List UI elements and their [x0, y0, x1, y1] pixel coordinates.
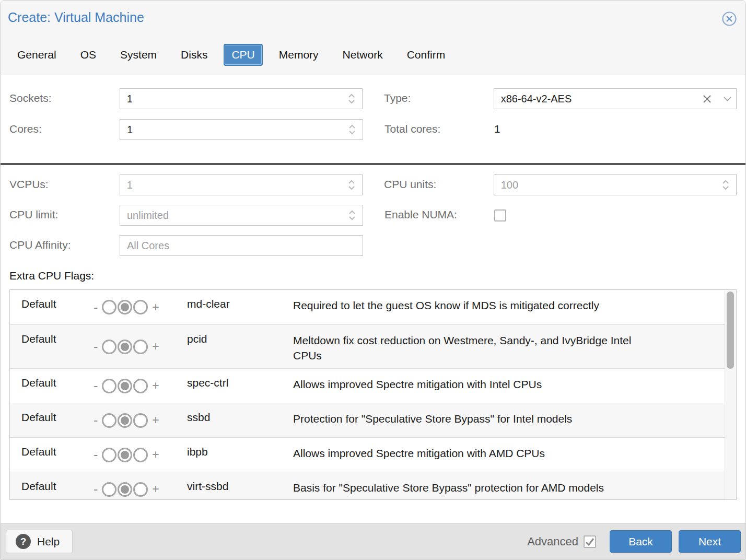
cpu-flags-table: Default - + md-clear Required to let the…	[9, 289, 737, 500]
total-cores-value: 1	[494, 119, 500, 135]
slider-dots	[101, 448, 148, 462]
tab-memory[interactable]: Memory	[279, 49, 319, 61]
next-button[interactable]: Next	[679, 530, 741, 553]
flag-tristate-slider[interactable]: - +	[94, 413, 177, 428]
vcpus-spinner[interactable]	[345, 175, 358, 195]
slider-on-dot[interactable]	[133, 413, 148, 428]
flag-row: Default - + pcid Meltdown fix cost reduc…	[10, 324, 725, 368]
tab-system[interactable]: System	[120, 49, 157, 61]
slider-plus-label: +	[152, 301, 159, 313]
footer-actions: Advanced Back Next	[527, 530, 741, 553]
slider-on-dot[interactable]	[133, 379, 148, 393]
tab-bar: General OS System Disks CPU Memory Netwo…	[1, 42, 745, 67]
flag-tristate-slider[interactable]: - +	[94, 379, 177, 393]
slider-default-dot[interactable]	[118, 482, 132, 497]
tab-cpu[interactable]: CPU	[224, 44, 262, 66]
slider-default-dot[interactable]	[118, 340, 132, 354]
sockets-label: Sockets:	[9, 88, 120, 104]
cpu-affinity-input[interactable]	[120, 236, 363, 255]
cores-field	[120, 119, 363, 140]
slider-off-dot[interactable]	[102, 448, 116, 462]
tab-os[interactable]: OS	[80, 49, 96, 61]
cpu-units-spinner[interactable]	[719, 175, 732, 195]
back-button[interactable]: Back	[610, 530, 672, 553]
flag-tristate-slider[interactable]: - +	[94, 482, 177, 497]
cpu-affinity-label: CPU Affinity:	[9, 235, 120, 251]
tab-disks[interactable]: Disks	[181, 49, 207, 61]
enable-numa-checkbox[interactable]	[494, 209, 506, 221]
sockets-input[interactable]	[120, 89, 362, 109]
slider-off-dot[interactable]	[102, 300, 116, 314]
slider-dots	[101, 340, 148, 354]
slider-default-dot[interactable]	[118, 379, 132, 393]
slider-default-dot[interactable]	[118, 413, 132, 428]
tab-general[interactable]: General	[17, 49, 56, 61]
dialog-header: Create: Virtual Machine General OS Syste…	[1, 1, 745, 75]
slider-off-dot[interactable]	[102, 379, 116, 393]
cpu-units-label: CPU units:	[384, 174, 494, 191]
slider-minus-label: -	[94, 483, 98, 496]
slider-minus-label: -	[94, 301, 98, 314]
flag-row: Default - + spec-ctrl Allows improved Sp…	[10, 368, 725, 403]
titlebar: Create: Virtual Machine	[1, 1, 745, 27]
flag-tristate-slider[interactable]: - +	[94, 448, 177, 462]
vcpus-label: VCPUs:	[9, 174, 120, 191]
slider-dots	[101, 482, 148, 497]
help-button-label: Help	[37, 535, 60, 548]
flag-row: Default - + virt-ssbd Basis for "Specula…	[10, 472, 725, 500]
type-clear-icon[interactable]	[703, 95, 712, 103]
vcpus-field	[120, 174, 363, 195]
cores-spinner[interactable]	[345, 120, 359, 139]
flag-description: Allows improved Spectre mitigation with …	[293, 369, 633, 403]
flag-row: Default - + ssbd Protection for "Specula…	[10, 403, 725, 437]
vcpus-input[interactable]	[120, 175, 362, 195]
advanced-checkbox[interactable]	[584, 535, 596, 548]
help-button[interactable]: ? Help	[6, 530, 73, 553]
flag-tristate-slider[interactable]: - +	[94, 340, 177, 354]
slider-on-dot[interactable]	[133, 340, 148, 354]
cores-label: Cores:	[9, 119, 120, 135]
cpu-form: Sockets: Type:	[1, 75, 745, 500]
slider-off-dot[interactable]	[102, 482, 116, 497]
flag-description: Allows improved Spectre mitigation with …	[293, 438, 633, 472]
advanced-label: Advanced	[527, 535, 578, 549]
cpu-limit-input[interactable]	[120, 205, 363, 225]
slider-plus-label: +	[152, 341, 159, 353]
flag-state-label: Default	[10, 290, 94, 324]
slider-on-dot[interactable]	[133, 300, 148, 314]
flag-state-label: Default	[10, 369, 94, 403]
slider-on-dot[interactable]	[133, 448, 148, 462]
cpu-limit-label: CPU limit:	[9, 205, 120, 221]
cpu-limit-field	[120, 205, 363, 226]
flag-name: spec-ctrl	[177, 369, 293, 403]
tab-confirm[interactable]: Confirm	[407, 49, 446, 61]
flag-name: virt-ssbd	[177, 472, 293, 500]
slider-off-dot[interactable]	[102, 340, 116, 354]
close-icon[interactable]	[721, 11, 737, 27]
flags-scrollbar-track[interactable]	[725, 290, 736, 499]
slider-default-dot[interactable]	[118, 300, 132, 314]
cpu-limit-spinner[interactable]	[345, 205, 359, 225]
cpu-units-field	[494, 174, 737, 195]
flag-tristate-slider[interactable]: - +	[94, 300, 177, 314]
flag-description: Protection for "Speculative Store Bypass…	[293, 403, 633, 437]
cores-input[interactable]	[120, 120, 363, 139]
type-dropdown-icon[interactable]	[723, 96, 732, 102]
flag-state-label: Default	[10, 403, 94, 437]
flag-description: Meltdown fix cost reduction on Westmere,…	[293, 325, 633, 368]
slider-on-dot[interactable]	[133, 482, 148, 497]
slider-default-dot[interactable]	[118, 448, 132, 462]
tab-network[interactable]: Network	[343, 49, 383, 61]
slider-plus-label: +	[152, 483, 159, 495]
type-combobox[interactable]	[494, 89, 736, 109]
flag-name: ibpb	[177, 438, 293, 472]
flags-scrollbar-thumb[interactable]	[727, 291, 734, 369]
flag-row: Default - + md-clear Required to let the…	[10, 290, 725, 324]
dialog-title: Create: Virtual Machine	[8, 10, 144, 25]
slider-plus-label: +	[152, 449, 159, 461]
slider-off-dot[interactable]	[102, 413, 116, 428]
flag-state-label: Default	[10, 438, 94, 472]
sockets-spinner[interactable]	[345, 89, 358, 109]
cpu-units-input[interactable]	[494, 175, 736, 195]
flag-state-label: Default	[10, 472, 94, 500]
